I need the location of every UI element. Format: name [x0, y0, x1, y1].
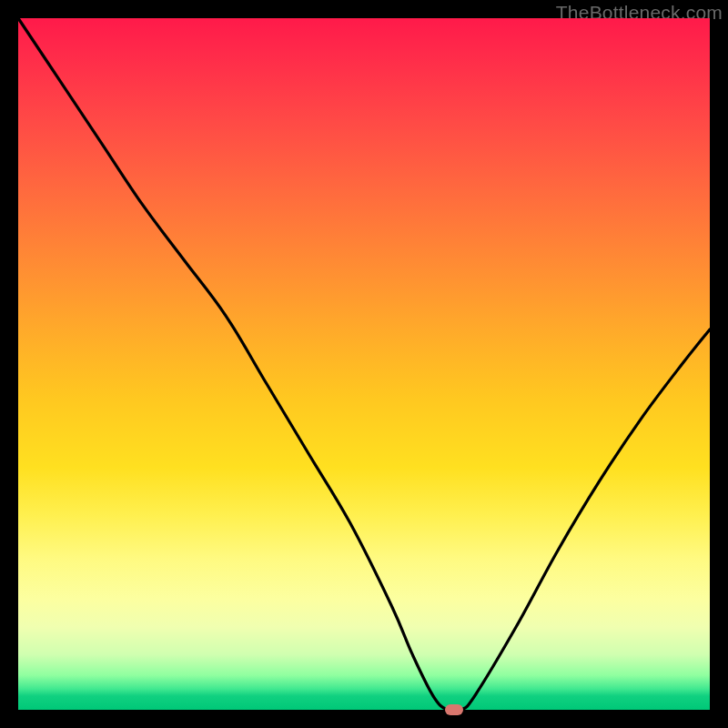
curve-layer [18, 18, 710, 710]
optimal-point-marker [445, 704, 463, 715]
plot-area [18, 18, 710, 710]
bottleneck-curve [18, 18, 710, 712]
chart-container: TheBottleneck.com [0, 0, 728, 728]
